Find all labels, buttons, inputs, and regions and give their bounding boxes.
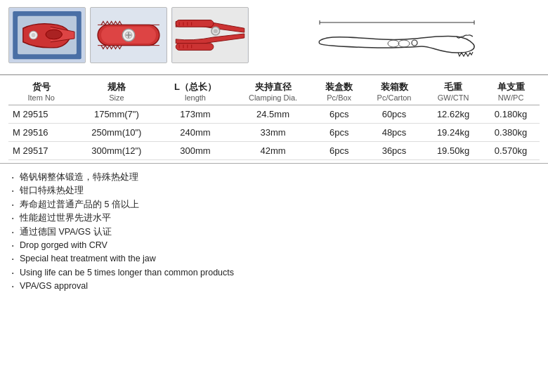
feature-item: 钳口特殊热处理 [11, 184, 537, 197]
cell-length: 300mm [159, 142, 231, 160]
svg-rect-17 [176, 44, 214, 51]
cell-item_no: M 29515 [8, 105, 74, 124]
product-table: 货号 Item No 规格 Size L（总长） length 夹持直径 Cla… [8, 78, 540, 160]
svg-rect-16 [176, 20, 214, 27]
th-pc-carton: 装箱数 Pc/Carton [364, 78, 424, 105]
th-item-no: 货号 Item No [8, 78, 74, 105]
cell-length: 240mm [159, 124, 231, 142]
cell-pc_box: 6pcs [314, 142, 364, 160]
feature-item: 性能超过世界先进水平 [11, 211, 537, 225]
photo-3 [171, 7, 249, 63]
cell-gw_ctn: 19.50kg [424, 142, 482, 160]
feature-item: 寿命超过普通产品的 5 倍以上 [11, 198, 537, 211]
images-section [0, 0, 548, 74]
feature-item: VPA/GS approval [11, 280, 537, 293]
th-gw: 毛重 GW/CTN [424, 78, 482, 105]
cell-pc_carton: 60pcs [364, 105, 424, 124]
cell-size: 250mm(10") [74, 124, 159, 142]
features-section: 铬钒钢整体锻造，特殊热处理钳口特殊热处理寿命超过普通产品的 5 倍以上性能超过世… [0, 163, 548, 299]
feature-item: Drop gorged with CRV [11, 239, 537, 252]
features-list: 铬钒钢整体锻造，特殊热处理钳口特殊热处理寿命超过普通产品的 5 倍以上性能超过世… [11, 171, 537, 293]
cell-clamping: 42mm [232, 142, 315, 160]
cell-nw_pc: 0.570kg [482, 142, 540, 160]
feature-item: 铬钒钢整体锻造，特殊热处理 [11, 171, 537, 184]
cell-pc_box: 6pcs [314, 105, 364, 124]
svg-point-31 [412, 40, 417, 46]
cell-pc_carton: 48pcs [364, 124, 424, 142]
cell-nw_pc: 0.180kg [482, 105, 540, 124]
svg-point-4 [32, 33, 36, 37]
table-row: M 29516250mm(10")240mm33mm6pcs48pcs19.24… [8, 124, 540, 142]
table-row: M 29517300mm(12")300mm42mm6pcs36pcs19.50… [8, 142, 540, 160]
svg-point-32 [398, 40, 410, 47]
th-size: 规格 Size [74, 78, 159, 105]
cell-clamping: 33mm [232, 124, 315, 142]
line-diagram [313, 14, 481, 70]
cell-gw_ctn: 19.24kg [424, 124, 482, 142]
table-header-row: 货号 Item No 规格 Size L（总长） length 夹持直径 Cla… [8, 78, 540, 105]
feature-item: 通过德国 VPA/GS 认证 [11, 226, 537, 239]
cell-gw_ctn: 12.62kg [424, 105, 482, 124]
feature-item: Using life can be 5 times longer than co… [11, 266, 537, 280]
th-pc-box: 装盒数 Pc/Box [314, 78, 364, 105]
cell-length: 173mm [159, 105, 231, 124]
diagram-area [254, 7, 540, 70]
photo-2 [90, 7, 167, 63]
product-photos [8, 7, 249, 63]
svg-point-5 [46, 30, 62, 39]
svg-point-19 [214, 29, 218, 33]
cell-pc_box: 6pcs [314, 124, 364, 142]
cell-size: 300mm(12") [74, 142, 159, 160]
cell-pc_carton: 36pcs [364, 142, 424, 160]
cell-size: 175mm(7") [74, 105, 159, 124]
cell-clamping: 24.5mm [232, 105, 315, 124]
cell-nw_pc: 0.380kg [482, 124, 540, 142]
table-section: 货号 Item No 规格 Size L（总长） length 夹持直径 Cla… [0, 74, 548, 160]
page-wrapper: 货号 Item No 规格 Size L（总长） length 夹持直径 Cla… [0, 0, 548, 392]
th-nw: 单支重 NW/PC [482, 78, 540, 105]
cell-item_no: M 29517 [8, 142, 74, 160]
th-length: L（总长） length [159, 78, 231, 105]
feature-item: Special heat treatment with the jaw [11, 252, 537, 266]
cell-item_no: M 29516 [8, 124, 74, 142]
table-row: M 29515175mm(7")173mm24.5mm6pcs60pcs12.6… [8, 105, 540, 124]
photo-1 [8, 7, 86, 63]
table-body: M 29515175mm(7")173mm24.5mm6pcs60pcs12.6… [8, 105, 540, 160]
svg-point-33 [388, 40, 399, 47]
th-clamping: 夹持直径 Clamping Dia. [232, 78, 315, 105]
